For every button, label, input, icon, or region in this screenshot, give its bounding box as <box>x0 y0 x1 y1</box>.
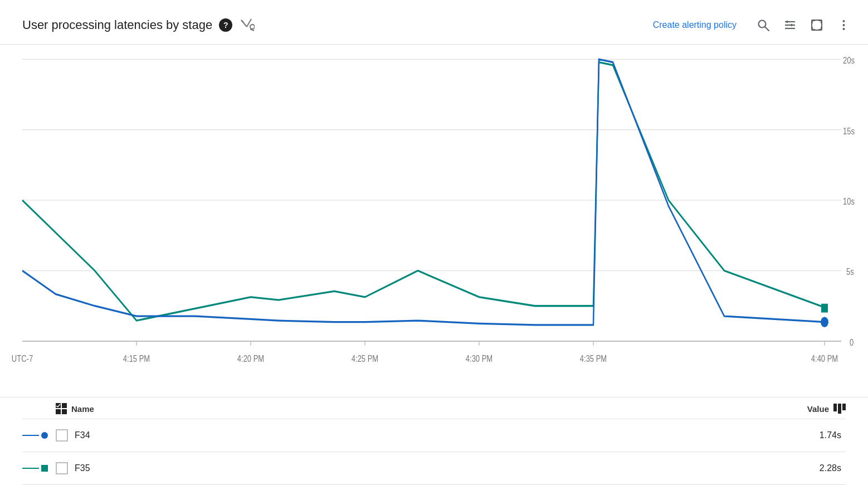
expand-icon[interactable] <box>806 14 828 36</box>
svg-line-6 <box>765 27 769 31</box>
more-options-icon[interactable] <box>832 14 855 36</box>
svg-text:4:15 PM: 4:15 PM <box>123 353 150 363</box>
svg-point-3 <box>250 25 255 29</box>
f34-line-indicator <box>22 432 56 439</box>
svg-line-2 <box>241 20 243 22</box>
column-display-toggle[interactable] <box>833 404 846 414</box>
f35-dot-square <box>41 465 48 472</box>
create-alerting-policy-button[interactable]: Create alerting policy <box>646 16 743 35</box>
svg-point-13 <box>842 20 845 22</box>
chart-header: User processing latencies by stage ? Cre… <box>0 0 868 45</box>
svg-point-14 <box>842 24 845 26</box>
svg-point-28 <box>821 317 828 327</box>
f35-line-indicator <box>22 465 56 472</box>
f35-line-dash <box>22 468 39 469</box>
legend-header: Name Value <box>22 397 846 419</box>
legend-row-f34: F34 1.74s <box>22 419 846 452</box>
svg-text:5s: 5s <box>846 266 854 277</box>
crosshair-icon[interactable] <box>239 16 255 35</box>
f34-checkbox[interactable] <box>56 429 68 442</box>
f34-value: 1.74s <box>820 430 841 440</box>
f34-dot-circle <box>41 432 48 439</box>
chart-svg-wrapper: 0 5s 10s 15s 20s UTC-7 4:15 PM 4: <box>0 45 868 397</box>
svg-text:4:30 PM: 4:30 PM <box>466 353 492 363</box>
svg-text:4:35 PM: 4:35 PM <box>580 353 607 363</box>
name-column-header: Name <box>71 404 94 414</box>
svg-text:15s: 15s <box>843 125 855 136</box>
time-series-chart: 0 5s 10s 15s 20s UTC-7 4:15 PM 4: <box>0 45 868 397</box>
f34-line-dash <box>22 435 39 436</box>
legend-toggle-all-icon[interactable] <box>56 403 67 414</box>
legend-area: Name Value F34 1.74s <box>0 397 868 485</box>
search-icon[interactable] <box>752 14 774 36</box>
legend-name-header: Name <box>56 403 807 414</box>
svg-rect-12 <box>812 20 822 30</box>
svg-rect-27 <box>821 304 828 313</box>
help-icon[interactable]: ? <box>219 18 232 32</box>
chart-title: User processing latencies by stage <box>22 18 212 32</box>
legend-row-f35: F35 2.28s <box>22 452 846 485</box>
f34-name: F34 <box>75 430 820 440</box>
f35-name: F35 <box>75 463 820 473</box>
legend-value-header: Value <box>807 404 846 414</box>
svg-text:0: 0 <box>850 337 854 347</box>
f35-checkbox[interactable] <box>56 462 68 474</box>
svg-text:UTC-7: UTC-7 <box>12 353 33 363</box>
svg-text:10s: 10s <box>843 196 855 206</box>
chart-container: User processing latencies by stage ? Cre… <box>0 0 868 485</box>
filter-icon[interactable] <box>779 14 801 36</box>
svg-text:4:25 PM: 4:25 PM <box>352 353 378 363</box>
svg-text:4:20 PM: 4:20 PM <box>237 353 264 363</box>
f35-value: 2.28s <box>820 463 841 473</box>
svg-text:20s: 20s <box>843 55 855 65</box>
svg-point-15 <box>842 28 845 30</box>
header-actions: Create alerting policy <box>646 14 855 36</box>
svg-text:4:40 PM: 4:40 PM <box>811 353 838 363</box>
